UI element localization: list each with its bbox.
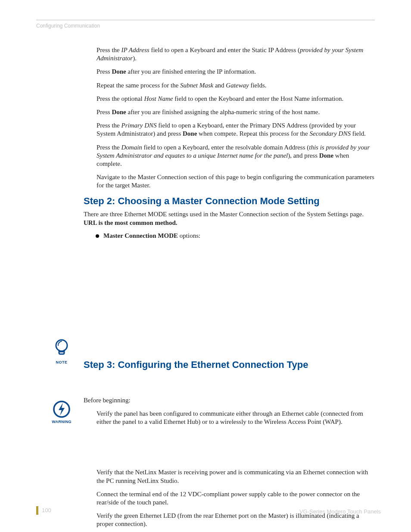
page-footer: 100 VG-Series Modero Touch Panels [36, 506, 381, 515]
heading-step-2: Step 2: Choosing a Master Connection Mod… [84, 196, 375, 207]
text: fields. [249, 82, 267, 89]
body-column: Press the IP Address field to open a Key… [97, 46, 375, 529]
paragraph-done-host: Press Done after you are finished assign… [97, 108, 375, 116]
text: after you are finished assigning the alp… [126, 109, 320, 115]
field-name: IP Address [121, 47, 149, 53]
button-label: Done [183, 130, 197, 137]
paragraph-subnet-gateway: Repeat the same process for the Subnet M… [97, 81, 375, 90]
field-name: Primary DNS [121, 122, 157, 129]
text: when compete. Repeat this process for th… [197, 130, 309, 137]
document-page: Configuring Communication Press the IP A… [0, 0, 411, 532]
text: ). [133, 55, 137, 62]
paragraph-host-name: Press the optional Host Name field to op… [97, 95, 375, 103]
field-name: Gateway [226, 82, 249, 89]
text: field to open a Keyboard and enter the S… [149, 47, 300, 53]
paragraph-domain: Press the Domain field to open a Keyboar… [97, 143, 375, 168]
text: Press the optional [97, 95, 144, 102]
heading-step-3: Step 3: Configuring the Ethernet Connect… [84, 359, 375, 370]
paragraph-done-ip: Press Done after you are finished enteri… [97, 68, 375, 76]
spacer [97, 241, 375, 353]
text: field to open a Keyboard, enter the reso… [142, 144, 309, 151]
lightbulb-icon [53, 339, 70, 359]
button-label: Done [112, 109, 126, 115]
bullet-item: Master Connection MODE options: [96, 232, 375, 240]
text: and [213, 82, 226, 89]
field-name: Secondary DNS [310, 130, 351, 137]
text: Press the [97, 47, 121, 53]
text: options: [178, 232, 200, 239]
bullet-text: Master Connection MODE options: [103, 232, 200, 240]
field-name: Host Name [144, 95, 173, 102]
note-icon-block: NOTE [50, 339, 73, 364]
before-beginning: Before beginning: [84, 396, 375, 404]
text: Press [97, 109, 112, 115]
text: Press [97, 68, 112, 75]
field-name: Domain [121, 144, 142, 151]
text: Press the [97, 122, 121, 129]
button-label: Done [319, 152, 333, 159]
warning-caption: WARNING [50, 420, 73, 424]
text: Press the [97, 144, 121, 151]
top-rule [36, 20, 375, 20]
verify-master: Verify that the NetLinx Master is receiv… [97, 468, 375, 485]
text: ), and press [288, 152, 319, 159]
field-name: Subnet Mask [180, 82, 213, 89]
connect-power: Connect the terminal end of the 12 VDC-c… [97, 490, 375, 507]
text: field to open the Keyboard and enter the… [173, 95, 344, 102]
step2-intro: There are three Ethernet MODE settings u… [84, 210, 375, 227]
text: Repeat the same process for the [97, 82, 180, 89]
warning-icon-block: WARNING [50, 400, 73, 424]
warning-bolt-icon [52, 400, 71, 419]
emphasis: Master Connection MODE [103, 232, 178, 239]
spacer [97, 431, 375, 468]
paragraph-ip-address: Press the IP Address field to open a Key… [97, 46, 375, 62]
paragraph-primary-dns: Press the Primary DNS field to open a Ke… [97, 121, 375, 138]
note-caption: NOTE [50, 360, 73, 364]
step3-body: Before beginning: [84, 396, 375, 404]
text: after you are finished entering the IP i… [126, 68, 256, 75]
text: There are three Ethernet MODE settings u… [84, 211, 364, 218]
page-number: 100 [36, 506, 51, 515]
bullet-icon [96, 234, 99, 238]
step2-body: There are three Ethernet MODE settings u… [84, 210, 375, 239]
footer-doc-title: VG-Series Modero Touch Panels [299, 508, 381, 515]
paragraph-navigate: Navigate to the Master Connection sectio… [97, 173, 375, 190]
text: field. [351, 130, 366, 137]
emphasis: URL is the most common method. [84, 219, 177, 226]
verify-panel: Verify the panel has been configured to … [97, 410, 375, 426]
button-label: Done [112, 68, 126, 75]
running-head: Configuring Communication [36, 23, 375, 29]
